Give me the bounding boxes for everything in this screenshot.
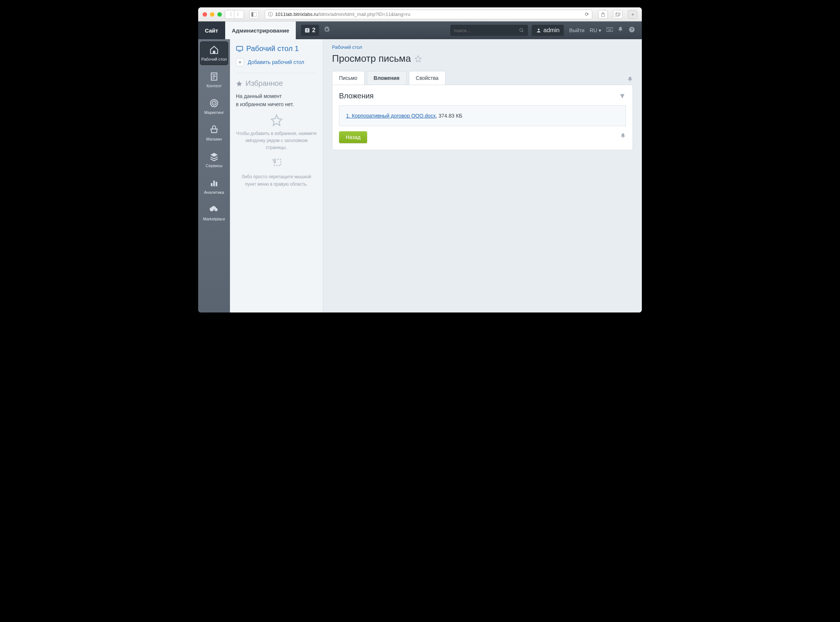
url-host: 1011lab.bitrixlabs.ru [275,11,318,17]
user-icon [536,28,541,33]
sidebar-title[interactable]: Рабочий стол 1 [236,44,317,53]
svg-rect-13 [608,30,611,31]
app-body: Рабочий стол Контент Маркетинг Магазин С… [198,39,642,313]
traffic-lights [202,12,222,17]
forward-button[interactable]: 〉 [234,10,244,19]
monitor-icon [236,46,243,52]
svg-rect-9 [606,28,613,31]
star-outline-icon [270,114,283,127]
chart-icon [209,178,219,188]
pin-icon[interactable] [618,27,623,34]
rail-content[interactable]: Контент [200,68,228,92]
tab-letter[interactable]: Письмо [332,71,365,85]
minimize-window-button[interactable] [210,12,215,17]
search-box[interactable] [450,25,528,36]
svg-text:?: ? [631,27,633,32]
search-input[interactable] [454,28,519,33]
tab-site[interactable]: Сайт [198,21,225,39]
tabs-button[interactable] [613,10,622,19]
nav-back-forward: 〈 〉 [225,10,244,19]
settings-button[interactable] [324,26,330,34]
rail-marketing[interactable]: Маркетинг [200,95,228,118]
home-icon [209,45,219,55]
share-icon [601,12,605,17]
browser-titlebar: 〈 〉 ⓘ 1011lab.bitrixlabs.ru /bitrix/admi… [198,8,642,21]
user-menu[interactable]: admin [532,25,564,36]
help-icon[interactable]: ? [628,26,635,34]
svg-point-8 [538,29,540,30]
svg-text:!: ! [306,28,308,32]
nav-rail: Рабочий стол Контент Маркетинг Магазин С… [198,39,230,313]
collapse-icon[interactable]: ▼ [619,92,626,100]
sidebar-icon [251,12,257,17]
browser-window: 〈 〉 ⓘ 1011lab.bitrixlabs.ru /bitrix/admi… [198,8,642,313]
plus-icon: + [236,58,244,66]
notification-count: 2 [312,27,315,34]
favorites-hint-1: Чтобы добавить в избранное, нажмите звёз… [236,114,317,152]
favorites-hint-2: Либо просто перетащите мышкой пункт меню… [236,157,317,188]
svg-rect-12 [610,29,611,30]
tab-admin[interactable]: Администрирование [225,21,296,39]
star-outline-icon[interactable] [414,55,422,63]
svg-rect-16 [213,51,216,53]
main-content: Рабочий стол Просмотр письма Письмо Влож… [323,39,642,313]
attachments-panel: Вложения ▼ 1. Корпоративный договор ООО.… [332,85,633,150]
panel-title: Вложения ▼ [339,92,626,100]
address-bar[interactable]: ⓘ 1011lab.bitrixlabs.ru /bitrix/admin/td… [265,10,592,19]
back-button[interactable]: Назад [339,131,367,143]
page-title: Просмотр письма [332,53,633,64]
logout-link[interactable]: Выйти [569,27,584,33]
target-icon [209,98,219,108]
tabs-icon [615,12,620,17]
svg-point-20 [213,102,215,104]
pin-toolbar-icon[interactable] [628,76,633,85]
rail-shop[interactable]: Магазин [200,121,228,145]
svg-rect-21 [211,183,212,186]
back-button[interactable]: 〈 [225,10,234,19]
basket-icon [209,125,219,135]
gear-icon [324,26,330,33]
site-info-icon: ⓘ [268,11,273,18]
lang-switch[interactable]: RU ▾ [590,27,601,33]
content-tabs: Письмо Вложения Свойства [332,71,633,85]
keyboard-icon[interactable] [606,27,613,34]
tab-attachments[interactable]: Вложения [367,71,407,85]
rail-marketplace[interactable]: Marketplace [200,201,228,225]
svg-rect-3 [615,13,619,16]
star-icon [236,80,242,87]
rail-analytics[interactable]: Аналитика [200,175,228,198]
rail-desktop[interactable]: Рабочий стол [200,41,228,65]
svg-rect-22 [213,181,215,186]
attachment-link[interactable]: 1. Корпоративный договор ООО.docx [346,113,436,119]
close-window-button[interactable] [202,12,207,17]
rail-services[interactable]: Сервисы [200,148,228,172]
breadcrumb[interactable]: Рабочий стол [332,44,633,50]
maximize-window-button[interactable] [218,12,222,17]
url-path: /bitrix/admin/tdml_mail.php?ID=11&lang=r… [318,11,410,17]
notification-icon: ! [304,28,310,33]
reload-icon[interactable]: ⟳ [585,11,589,17]
app-topbar: Сайт Администрирование ! 2 admin Выйти R… [198,21,642,39]
cloud-download-icon [209,205,219,215]
favorites-header: Избранное [236,73,317,88]
svg-rect-23 [216,182,217,186]
drag-icon [270,157,283,170]
layers-icon [209,152,219,161]
share-button[interactable] [598,10,608,19]
document-icon [209,72,219,81]
svg-point-7 [520,29,523,31]
notifications-button[interactable]: ! 2 [301,25,319,36]
pin-bottom-icon[interactable] [621,133,626,141]
app: Сайт Администрирование ! 2 admin Выйти R… [198,21,642,313]
add-desktop-button[interactable]: + Добавить рабочий стол [236,58,317,66]
favorites-empty-text: На данный момент в избранном ничего нет. [236,92,317,109]
sidebar: Рабочий стол 1 + Добавить рабочий стол И… [230,39,323,313]
search-icon [519,28,524,33]
attachment-size: , 374.83 КБ [436,113,463,119]
new-tab-button[interactable]: ＋ [628,10,638,19]
svg-rect-11 [609,29,610,30]
svg-rect-10 [607,29,608,30]
user-name: admin [543,27,560,34]
sidebar-toggle-button[interactable] [249,10,259,19]
tab-properties[interactable]: Свойства [409,71,446,85]
